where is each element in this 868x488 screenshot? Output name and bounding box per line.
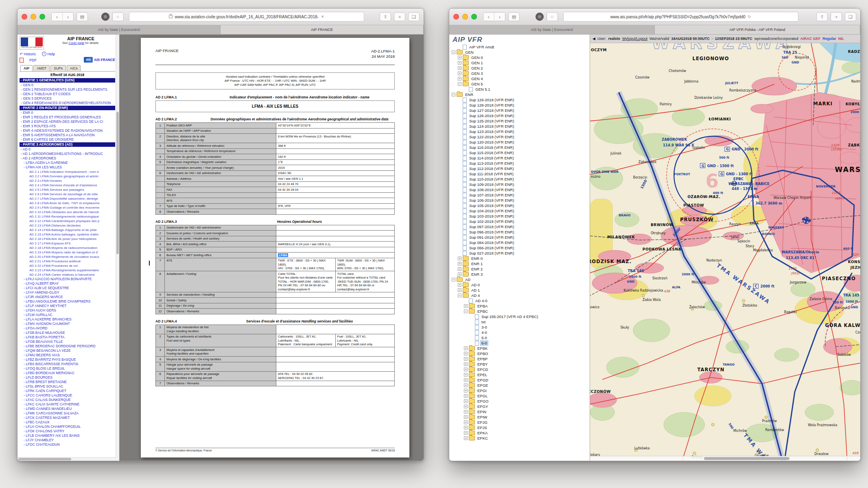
minimize-button[interactable] bbox=[462, 14, 468, 20]
tree-item-sup-084-2018-vfr-enr-[interactable]: Sup 084-2018 (VFR ENR) bbox=[449, 240, 590, 245]
tree-expander-icon[interactable]: + bbox=[464, 373, 468, 377]
tree-expander-icon[interactable]: + bbox=[464, 368, 468, 371]
toc-link[interactable]: AD 2.3 LFMA Horaires bbox=[20, 179, 115, 183]
tree-item-gen-5-1[interactable]: GEN 5.1 bbox=[449, 87, 590, 92]
tree-expander-icon[interactable]: − bbox=[458, 82, 461, 86]
tree-item-aip-vfr-amdt[interactable]: AIP VFR Amdt bbox=[449, 44, 590, 50]
tree-item-sup-110-2018-vfr-enr-[interactable]: Sup 110-2018 (VFR ENR) bbox=[449, 176, 590, 182]
tree-expander-icon[interactable]: + bbox=[458, 77, 461, 81]
tree-expander-icon[interactable]: + bbox=[464, 405, 468, 408]
tree-item-sup-129-2018-vfr-enr-[interactable]: Sup 129-2018 (VFR ENR) bbox=[449, 97, 590, 102]
tree-item-sup-114-2018-vfr-enr-[interactable]: Sup 114-2018 (VFR ENR) bbox=[449, 155, 590, 161]
toc-part-header[interactable]: PARTIE 1 GENERALITES (GEN) bbox=[20, 78, 115, 83]
tree-expander-icon[interactable]: − bbox=[452, 278, 455, 281]
tree-item-enr-3[interactable]: +ENR 3 bbox=[449, 272, 590, 277]
tree-expander-icon[interactable]: + bbox=[458, 72, 461, 75]
sidebar-vertical-scrollbar[interactable] bbox=[116, 35, 119, 461]
shield-icon[interactable] bbox=[536, 13, 544, 21]
tree-item-sup-128-2018-vfr-enr-[interactable]: Sup 128-2018 (VFR ENR) bbox=[449, 102, 590, 108]
toc-link[interactable]: AD 2.14 LFMA Balisage d'approche et de p… bbox=[20, 228, 115, 232]
toc-link[interactable]: GEN 0 bbox=[20, 83, 115, 87]
toc-link[interactable]: GEN 2 TABLEAUX ET CODES bbox=[20, 92, 115, 96]
tree-expander-icon[interactable]: + bbox=[464, 383, 468, 387]
tree-expander-icon[interactable]: + bbox=[458, 257, 461, 260]
toc-link[interactable]: ENR 5 AVERTISSEMENTS A LA NAVIGATION bbox=[20, 133, 115, 137]
toc-link[interactable]: LFOK CHALONS VATRY bbox=[20, 429, 115, 434]
toc-link[interactable]: LFAQ ALBERT BRAY bbox=[20, 281, 115, 286]
stop-loading-icon[interactable]: ✕ bbox=[321, 15, 324, 19]
tree-expander-icon[interactable]: + bbox=[464, 378, 468, 382]
toc-part-header[interactable]: PARTIE 2 EN-ROUTE (ENR) bbox=[20, 106, 115, 110]
tree-expander-icon[interactable]: − bbox=[458, 294, 461, 297]
tree-item-sup-123-2018-vfr-enr-[interactable]: Sup 123-2018 (VFR ENR) bbox=[449, 129, 590, 134]
forward-button[interactable]: › bbox=[63, 13, 73, 21]
toc-link[interactable]: ENR 1 REGLES ET PROCEDURES GENERALES bbox=[20, 115, 115, 120]
toc-link[interactable]: LFLH CHALON CHAMPFORGEUIL bbox=[20, 425, 115, 429]
toc-link[interactable]: LFLP ANNECY MEYTHET bbox=[20, 304, 115, 308]
toc-link[interactable]: AD 1 AERODROMES/HELISTATIONS - INTRODUC bbox=[20, 152, 115, 156]
toc-link[interactable]: LFMA AIX LES MILLES bbox=[20, 165, 115, 170]
shield-icon[interactable] bbox=[101, 13, 109, 21]
toc-link[interactable]: LFBC CAZAUX bbox=[20, 420, 115, 425]
ais-france-link[interactable]: AISAIS FRANCE bbox=[84, 57, 115, 63]
toc-link[interactable]: LFJR ANGERS MARCE bbox=[20, 295, 115, 299]
sidebar-tab-aics[interactable]: AICs bbox=[67, 65, 81, 71]
tree-expander-icon[interactable]: + bbox=[464, 426, 468, 429]
tree-item-enr[interactable]: −ENR bbox=[449, 92, 590, 97]
tree-expander-icon[interactable]: + bbox=[464, 415, 468, 419]
tree-item-sup-122-2018-vfr-enr-[interactable]: Sup 122-2018 (VFR ENR) bbox=[449, 134, 590, 139]
toc-link[interactable]: LFKC CALVI SAINTE CATHERINE bbox=[20, 402, 115, 407]
tree-item-5-0[interactable]: 5-0 bbox=[449, 335, 590, 340]
historic-link[interactable]: ↶Historic bbox=[20, 52, 36, 56]
toc-link[interactable]: AD 2.21 LFMA Procédures antibruit bbox=[20, 259, 115, 264]
tree-item-gen-2[interactable]: +GEN 2 bbox=[449, 65, 590, 71]
tree-item-sup-116-2018-vfr-enr-[interactable]: Sup 116-2018 (VFR ENR) bbox=[449, 145, 590, 150]
tree-item-enr-2[interactable]: +ENR 2 bbox=[449, 266, 590, 272]
grid-icon[interactable]: ⁘ bbox=[547, 12, 558, 21]
share-icon[interactable]: ⇧ bbox=[380, 12, 391, 21]
toc-link[interactable]: AD 2.1 LFMA Indicateur d'emplacement - n… bbox=[20, 170, 115, 174]
tree-item-gen-4[interactable]: +GEN 4 bbox=[449, 76, 590, 81]
toc-link[interactable]: LFKJ AJACCIO NAPOLEON BONAPARTE bbox=[20, 277, 115, 281]
new-tab-icon[interactable]: ＋ bbox=[831, 12, 842, 21]
tree-expander-icon[interactable]: + bbox=[464, 362, 468, 366]
tree-expander-icon[interactable]: + bbox=[464, 394, 468, 398]
toc-link[interactable]: ENR 6 CARTES DE CROISIERE bbox=[20, 137, 115, 142]
tree-expander-icon[interactable]: + bbox=[458, 283, 461, 287]
toc-link[interactable]: AD 2.12 LFMA Caractéristiques physiques … bbox=[20, 219, 115, 223]
tree-expander-icon[interactable]: − bbox=[452, 93, 455, 96]
tab-overview-icon[interactable]: ❏ bbox=[845, 12, 856, 21]
toc-link[interactable]: AD 2.8 LFMA Aires de trafic, TWY et empl… bbox=[20, 201, 115, 205]
zoom-button[interactable] bbox=[471, 14, 477, 20]
tab-overview-icon[interactable]: ❏ bbox=[408, 12, 420, 21]
toc-link[interactable]: LFSL BRIVE SOUILLAC bbox=[20, 384, 115, 389]
toc-link[interactable]: GEN 4 REDEVANCES D'AERODROME/D'HELISTATI… bbox=[20, 101, 115, 105]
tree-expander-icon[interactable]: − bbox=[452, 50, 455, 54]
toc-link[interactable]: ENR 0 bbox=[20, 111, 115, 115]
sidebar-toggle-icon[interactable]: ▤ bbox=[77, 12, 88, 21]
tree-item-sup-091-2018-vfr-enr-[interactable]: Sup 091-2018 (VFR ENR) bbox=[449, 235, 590, 240]
toc-link[interactable]: LFDH AUCH GERS bbox=[20, 308, 115, 313]
tree-item-sup-124-2018-vfr-enr-[interactable]: Sup 124-2018 (VFR ENR) bbox=[449, 124, 590, 129]
toc-link[interactable]: LFMU BEZIERS VIAS bbox=[20, 353, 115, 357]
toc-link[interactable]: LFAY AMIENS-GLISY bbox=[20, 290, 115, 295]
toc-link[interactable]: LFSB BALE-MULHOUSE bbox=[20, 331, 115, 335]
tree-item-gen-0[interactable]: +GEN 0 bbox=[449, 55, 590, 60]
tree-item-ad-4[interactable]: −AD 4 bbox=[449, 293, 590, 298]
toc-link[interactable]: LFOQ BLOIS LE BREUIL bbox=[20, 366, 115, 371]
toc-link[interactable]: AD 2.23 LFMA Renseignements supplémentai… bbox=[20, 268, 115, 272]
toc-link[interactable]: LFMK CARCASSONNE SALVAZA bbox=[20, 411, 115, 416]
toc-link[interactable]: LFBU ANGOULEME BRIE CHAMPNIERS bbox=[20, 299, 115, 304]
tree-expander-icon[interactable]: + bbox=[464, 346, 468, 350]
tree-item-sup-109-2018-vfr-enr-[interactable]: Sup 109-2018 (VFR ENR) bbox=[449, 182, 590, 187]
cover-page-link[interactable]: Cover page bbox=[68, 41, 84, 45]
tree-item-gen-5[interactable]: −GEN 5 bbox=[449, 81, 590, 87]
tree-item-sup-127-2018-vfr-enr-[interactable]: Sup 127-2018 (VFR ENR) bbox=[449, 108, 590, 113]
toc-link[interactable]: ENR 4 AIDES/SYSTEMES DE RADIONAVIGATION bbox=[20, 129, 115, 133]
tree-item-3-0[interactable]: 3-0 bbox=[449, 325, 590, 330]
toc-link[interactable]: LFBE BERGERAC DORDOGNE PERIGORD bbox=[20, 344, 115, 349]
tree-item-sup-112-2018-vfr-enr-[interactable]: Sup 112-2018 (VFR ENR) bbox=[449, 166, 590, 171]
tree-expander-icon[interactable]: + bbox=[464, 410, 468, 414]
tree-item-enr-1[interactable]: +ENR 1 bbox=[449, 261, 590, 266]
tree-expander-icon[interactable]: + bbox=[464, 420, 468, 424]
